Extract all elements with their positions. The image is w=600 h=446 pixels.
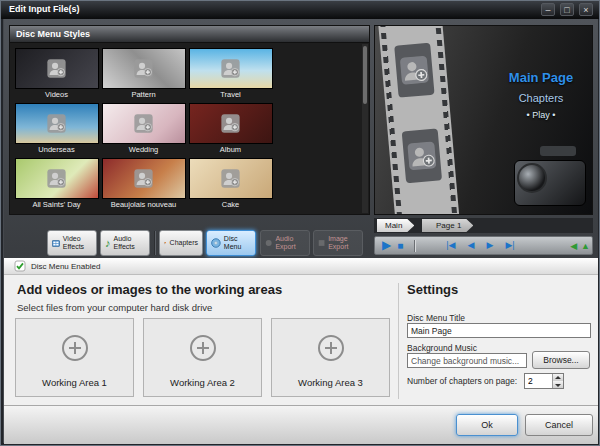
style-thumbnail-label: Pattern bbox=[102, 89, 186, 100]
disc-menu-enabled-bar: Disc Menu Enabled bbox=[4, 258, 598, 275]
menu-play-text[interactable]: • Play • bbox=[493, 110, 589, 120]
toolbar-separator bbox=[154, 231, 155, 255]
style-thumbnail-underseas[interactable]: Underseas bbox=[15, 103, 99, 155]
style-thumbnail-image bbox=[189, 103, 273, 144]
cancel-button[interactable]: Cancel bbox=[525, 414, 593, 436]
audio-effects-button[interactable]: ♪ Audio Effects bbox=[100, 230, 150, 256]
minimize-button[interactable]: – bbox=[541, 3, 555, 16]
spinner-down-icon[interactable] bbox=[553, 381, 563, 388]
tab-page-1[interactable]: Page 1 bbox=[422, 219, 473, 232]
spinner-up-icon[interactable] bbox=[553, 374, 563, 381]
working-area-3[interactable]: Working Area 3 bbox=[271, 318, 390, 397]
disc-menu-button[interactable]: Disc Menu bbox=[206, 230, 256, 256]
style-thumbnail-image bbox=[102, 48, 186, 89]
menu-preview-text: Main Page Chapters • Play • bbox=[493, 70, 589, 120]
chapters-count-label: Number of chapters on page: bbox=[407, 376, 517, 386]
working-area-2[interactable]: Working Area 2 bbox=[143, 318, 262, 397]
settings-heading: Settings bbox=[407, 282, 458, 297]
menu-chapters-text[interactable]: Chapters bbox=[493, 92, 589, 104]
browse-button[interactable]: Browse... bbox=[532, 351, 590, 369]
add-files-icon bbox=[190, 335, 216, 361]
add-files-icon bbox=[318, 335, 344, 361]
style-thumbnail-beaujolais[interactable]: Beaujolais nouveau bbox=[102, 158, 186, 210]
title-bar[interactable]: Edit Input File(s) – □ × bbox=[1, 1, 599, 19]
flag-icon bbox=[164, 238, 167, 248]
green-check-icon bbox=[14, 260, 26, 272]
image-export-label: Image Export bbox=[328, 235, 358, 251]
style-thumbnail-wedding[interactable]: Wedding bbox=[102, 103, 186, 155]
step-forward-icon[interactable]: ▶ bbox=[483, 237, 496, 254]
style-thumbnail-videos[interactable]: Videos bbox=[15, 48, 99, 100]
menu-preview: Main Page Chapters • Play • bbox=[374, 25, 593, 215]
maximize-button[interactable]: □ bbox=[560, 3, 574, 16]
play-icon[interactable]: ▶ bbox=[379, 237, 394, 254]
expand-left-icon[interactable]: ◀ bbox=[568, 241, 579, 251]
video-effects-button[interactable]: Video Effects bbox=[47, 230, 97, 256]
person-plus-icon bbox=[47, 169, 66, 188]
settings-divider bbox=[398, 283, 399, 399]
audio-effects-label: Audio Effects bbox=[114, 235, 146, 251]
style-thumbnail-all-saints-day[interactable]: All Saints' Day bbox=[15, 158, 99, 210]
person-plus-icon bbox=[47, 59, 66, 78]
playback-controls: ▶ ■ |◀ ◀ ▶ ▶| ◀ ▲ bbox=[374, 236, 593, 255]
audio-export-icon bbox=[265, 238, 272, 248]
edit-input-files-dialog: Edit Input File(s) – □ × Disc Menu Style… bbox=[0, 0, 600, 446]
style-thumbnail-travel[interactable]: Travel bbox=[189, 48, 273, 100]
camcorder-graphic bbox=[498, 146, 588, 210]
expand-up-icon[interactable]: ▲ bbox=[579, 241, 592, 251]
disc-menu-title-input[interactable] bbox=[407, 323, 591, 338]
chapters-count-spinner bbox=[524, 373, 564, 389]
style-thumbnail-album[interactable]: Album bbox=[189, 103, 273, 155]
page-tab-bar: Main Page 1 bbox=[374, 218, 593, 233]
style-thumbnail-image bbox=[15, 158, 99, 199]
menu-title-text[interactable]: Main Page bbox=[493, 70, 589, 85]
window-title: Edit Input File(s) bbox=[9, 4, 80, 14]
video-effects-label: Video Effects bbox=[63, 235, 92, 251]
style-thumbnail-label: All Saints' Day bbox=[15, 199, 99, 210]
person-plus-icon bbox=[221, 59, 240, 78]
person-plus-icon bbox=[134, 59, 153, 78]
style-thumbnail-cappuccino[interactable]: Cappuccino bbox=[15, 213, 99, 214]
skip-to-end-icon[interactable]: ▶| bbox=[502, 237, 517, 254]
film-icon bbox=[52, 238, 60, 249]
person-plus-icon bbox=[221, 114, 240, 133]
person-plus-icon bbox=[407, 141, 437, 171]
chapters-label: Chapters bbox=[170, 239, 198, 247]
playback-separator bbox=[414, 240, 415, 252]
stop-icon[interactable]: ■ bbox=[394, 237, 406, 254]
working-area-label: Working Area 1 bbox=[16, 377, 133, 388]
music-note-icon: ♪ bbox=[105, 237, 111, 250]
film-frame bbox=[402, 128, 442, 183]
background-music-input[interactable] bbox=[407, 353, 527, 368]
style-thumbnail-label: Wedding bbox=[102, 144, 186, 155]
chapters-count-input[interactable] bbox=[525, 374, 552, 388]
ok-button[interactable]: Ok bbox=[456, 414, 518, 436]
tab-main[interactable]: Main bbox=[377, 219, 414, 232]
step-back-icon[interactable]: ◀ bbox=[465, 237, 478, 254]
background-music-label: Background Music bbox=[407, 343, 477, 353]
style-thumbnail-image bbox=[15, 48, 99, 89]
window-controls: – □ × bbox=[541, 3, 593, 16]
working-areas-subheading: Select files from your computer hard dis… bbox=[17, 302, 212, 313]
style-thumbnail-child[interactable]: Child bbox=[189, 213, 273, 214]
person-plus-icon bbox=[134, 114, 153, 133]
style-thumbnail-label: Videos bbox=[15, 89, 99, 100]
image-export-button-disabled: Image Export bbox=[313, 230, 363, 256]
disc-menu-label: Disc Menu bbox=[224, 235, 251, 251]
person-plus-icon bbox=[134, 169, 153, 188]
working-area-1[interactable]: Working Area 1 bbox=[15, 318, 134, 397]
styles-scrollbar-thumb[interactable] bbox=[363, 46, 367, 104]
style-thumbnail-image bbox=[189, 158, 273, 199]
style-thumbnail-carnival[interactable]: Carnival bbox=[102, 213, 186, 214]
camcorder-body bbox=[514, 160, 586, 206]
audio-export-button-disabled: Audio Export bbox=[260, 230, 310, 256]
close-button[interactable]: × bbox=[579, 3, 593, 16]
chapters-button[interactable]: Chapters bbox=[159, 230, 203, 256]
styles-scrollbar[interactable] bbox=[362, 44, 368, 213]
skip-to-start-icon[interactable]: |◀ bbox=[443, 237, 458, 254]
camcorder-viewfinder bbox=[540, 146, 576, 156]
style-thumbnail-cake[interactable]: Cake bbox=[189, 158, 273, 210]
style-thumbnail-pattern[interactable]: Pattern bbox=[102, 48, 186, 100]
person-plus-icon bbox=[47, 114, 66, 133]
style-thumbnail-image bbox=[102, 158, 186, 199]
